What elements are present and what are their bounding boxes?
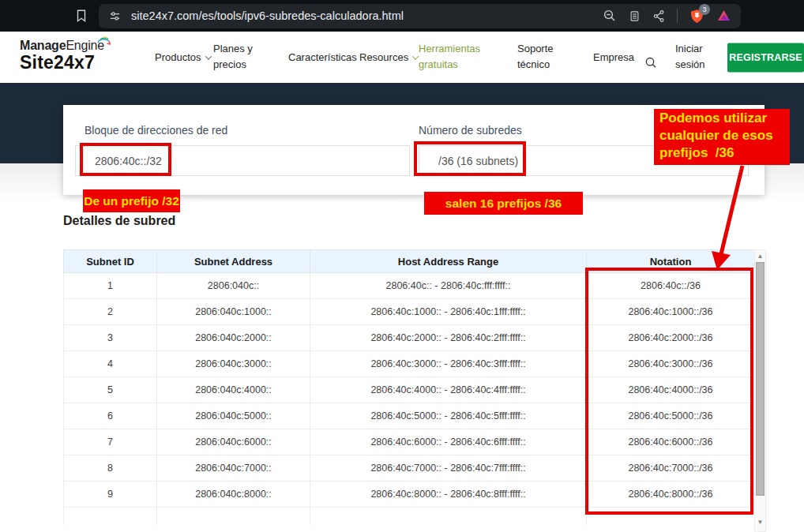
cell-host-range bbox=[310, 508, 587, 525]
site-logo[interactable]: ManageEngine Site24x7 bbox=[20, 39, 104, 73]
header-subnet-id: Subnet ID bbox=[64, 250, 157, 273]
cell-subnet-id: 2 bbox=[64, 299, 157, 325]
brave-shield-icon[interactable]: 3 bbox=[689, 8, 704, 24]
cell-subnet-address: 2806:040c:4000:: bbox=[157, 377, 310, 403]
shield-badge: 3 bbox=[699, 4, 710, 15]
reader-mode-icon[interactable] bbox=[629, 9, 641, 23]
cell-subnet-id: 9 bbox=[64, 481, 157, 508]
header-host-range: Host Address Range bbox=[310, 250, 587, 273]
manageengine-wordmark: ManageEngine bbox=[20, 39, 104, 53]
cell-subnet-id: 6 bbox=[64, 403, 157, 429]
cell-host-range: 2806:40c:8000:: - 2806:40c:8fff:ffff:: bbox=[310, 481, 587, 508]
header-subnet-address: Subnet Address bbox=[157, 250, 310, 273]
nav-item-resources[interactable]: Resources bbox=[359, 49, 418, 66]
scroll-up-icon[interactable]: ▲ bbox=[755, 253, 765, 260]
cell-subnet-address: 2806:040c:7000:: bbox=[157, 455, 310, 481]
nav-item-empresa[interactable]: Empresa bbox=[593, 49, 634, 66]
subnet-count-label: Número de subredes bbox=[419, 124, 522, 137]
cell-host-range: 2806:40c:2000:: - 2806:40c:2fff:ffff:: bbox=[310, 325, 587, 351]
site-navbar: ManageEngine Site24x7 Productos Planes y… bbox=[0, 32, 804, 83]
cell-subnet-id: 8 bbox=[64, 455, 157, 481]
cell-host-range: 2806:40c:: - 2806:40c:fff:ffff:: bbox=[310, 273, 587, 299]
cell-subnet-address: 2806:040c:: bbox=[157, 273, 310, 299]
share-icon[interactable] bbox=[652, 9, 666, 23]
annotation-highlight-notation-column bbox=[585, 268, 753, 515]
network-block-label: Bloque de direcciones de red bbox=[85, 124, 227, 137]
cell-subnet-id: 4 bbox=[64, 351, 157, 377]
cell-host-range: 2806:40c:1000:: - 2806:40c:1fff:ffff:: bbox=[310, 299, 587, 325]
table-scrollbar[interactable]: ▲ ▼ bbox=[754, 249, 766, 532]
nav-item-iniciar-sesion[interactable]: Iniciar sesión bbox=[675, 41, 705, 74]
nav-item-productos[interactable]: Productos bbox=[155, 49, 211, 66]
url-text[interactable]: site24x7.com/es/tools/ipv6-subredes-calc… bbox=[131, 9, 404, 22]
cell-subnet-id: 3 bbox=[64, 325, 157, 351]
registrarse-button[interactable]: REGISTRARSE bbox=[727, 43, 804, 72]
cell-subnet-address: 2806:040c:2000:: bbox=[157, 325, 310, 351]
chevron-down-icon bbox=[205, 53, 211, 59]
cell-subnet-id bbox=[64, 508, 157, 525]
logo-swoosh-icon bbox=[96, 35, 111, 49]
annotation-note-prefijos: Podemos utilizar cualquier de esos prefi… bbox=[654, 109, 790, 165]
nav-item-planes-precios[interactable]: Planes y precios bbox=[213, 41, 253, 74]
scroll-down-icon[interactable]: ▼ bbox=[755, 519, 765, 526]
annotation-note-salen-16: salen 16 prefijos /36 bbox=[424, 192, 583, 215]
cell-host-range: 2806:40c:6000:: - 2806:40c:6fff:ffff:: bbox=[310, 429, 587, 455]
toolbar-divider bbox=[677, 9, 678, 23]
scrollbar-thumb[interactable] bbox=[756, 262, 765, 496]
bookmark-icon[interactable] bbox=[74, 8, 88, 24]
annotation-highlight-prefix36 bbox=[414, 141, 526, 176]
cell-subnet-address: 2806:040c:8000:: bbox=[157, 481, 310, 508]
brave-rewards-icon[interactable] bbox=[716, 9, 731, 23]
url-bar[interactable]: site24x7.com/es/tools/ipv6-subredes-calc… bbox=[99, 4, 741, 28]
browser-chrome: site24x7.com/es/tools/ipv6-subredes-calc… bbox=[0, 0, 804, 32]
nav-item-caracteristicas[interactable]: Características bbox=[288, 49, 357, 66]
cell-subnet-id: 5 bbox=[64, 377, 157, 403]
tune-icon[interactable] bbox=[108, 9, 122, 23]
nav-item-soporte-tecnico[interactable]: Soporte técnico bbox=[517, 41, 554, 74]
search-icon[interactable] bbox=[644, 40, 657, 75]
nav-item-herramientas-gratuitas[interactable]: Herramientas gratuitas bbox=[419, 41, 480, 74]
cell-host-range: 2806:40c:3000:: - 2806:40c:3fff:ffff:: bbox=[310, 351, 587, 377]
zoom-out-icon[interactable] bbox=[603, 9, 617, 23]
cell-host-range: 2806:40c:5000:: - 2806:40c:5fff:ffff:: bbox=[310, 403, 587, 429]
cell-subnet-id: 1 bbox=[64, 273, 157, 299]
cell-subnet-id: 7 bbox=[64, 429, 157, 455]
cell-subnet-address: 2806:040c:1000:: bbox=[157, 299, 310, 325]
site24x7-wordmark: Site24x7 bbox=[20, 53, 104, 73]
cell-subnet-address: 2806:040c:3000:: bbox=[157, 351, 310, 377]
cell-subnet-address: 2806:040c:5000:: bbox=[157, 403, 310, 429]
cell-host-range: 2806:40c:4000:: - 2806:40c:4fff:ffff:: bbox=[310, 377, 587, 403]
cell-subnet-address bbox=[157, 508, 310, 525]
annotation-note-de-un-prefijo: De un prefijo /32 bbox=[83, 189, 180, 212]
annotation-highlight-prefix32 bbox=[80, 143, 171, 176]
section-title: Detalles de subred bbox=[63, 214, 175, 228]
cell-subnet-address: 2806:040c:6000:: bbox=[157, 429, 310, 455]
cell-host-range: 2806:40c:7000:: - 2806:40c:7fff:ffff:: bbox=[310, 455, 587, 481]
